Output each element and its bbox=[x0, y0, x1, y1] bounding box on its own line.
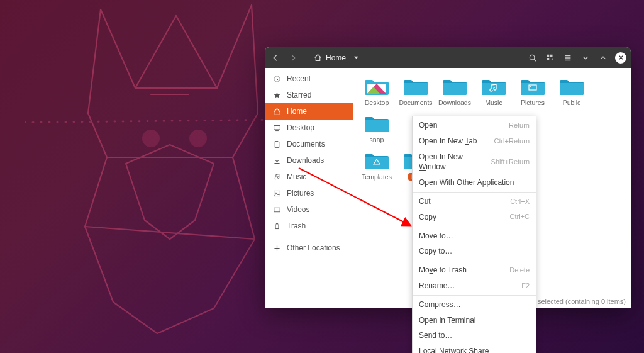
download-icon bbox=[272, 157, 281, 165]
folder-icon bbox=[558, 76, 586, 96]
context-menu-item[interactable]: Open With Other Application bbox=[413, 175, 536, 191]
sidebar-item-desktop[interactable]: Desktop bbox=[265, 120, 353, 136]
picture-icon bbox=[272, 189, 281, 198]
context-menu-item[interactable]: Open In New TabCtrl+Return bbox=[413, 133, 536, 149]
document-icon bbox=[272, 140, 281, 148]
clock-icon bbox=[272, 75, 281, 83]
file-label: Music bbox=[485, 99, 502, 106]
folder-icon bbox=[480, 76, 508, 96]
context-menu-label: Send to… bbox=[419, 330, 452, 341]
file-tile[interactable]: Desktop bbox=[357, 74, 396, 111]
folder-icon bbox=[519, 76, 547, 96]
context-menu-item[interactable]: OpenReturn bbox=[413, 118, 536, 133]
file-label: Desktop bbox=[365, 99, 389, 106]
context-menu-label: Compress… bbox=[419, 300, 461, 310]
context-menu-label: Copy bbox=[419, 212, 436, 223]
folder-icon bbox=[402, 76, 430, 96]
home-icon bbox=[272, 108, 281, 116]
breadcrumb-label: Home bbox=[326, 53, 346, 62]
context-menu-item[interactable]: Copy to… bbox=[413, 244, 536, 259]
context-menu-item[interactable]: CopyCtrl+C bbox=[413, 210, 536, 225]
file-tile[interactable]: Documents bbox=[396, 74, 435, 111]
back-button[interactable] bbox=[267, 50, 284, 66]
context-menu-label: Open bbox=[419, 120, 437, 131]
sidebar-item-pictures[interactable]: Pictures bbox=[265, 185, 353, 201]
file-tile[interactable]: Public bbox=[552, 74, 591, 111]
sidebar-item-videos[interactable]: Videos bbox=[265, 201, 353, 218]
context-menu-item[interactable]: Rename…F2 bbox=[413, 278, 536, 294]
context-menu-accelerator: Delete bbox=[509, 266, 530, 275]
sidebar-item-label: Music bbox=[287, 172, 306, 181]
folder-icon bbox=[441, 76, 469, 96]
sidebar-item-home[interactable]: Home bbox=[265, 103, 353, 120]
search-button[interactable] bbox=[525, 50, 541, 66]
context-menu-item[interactable]: CutCtrl+X bbox=[413, 194, 536, 210]
sidebar-item-label: Pictures bbox=[287, 189, 314, 198]
file-tile[interactable]: Music bbox=[474, 74, 513, 111]
context-menu-separator bbox=[413, 227, 536, 227]
context-menu-label: Open in Terminal bbox=[419, 315, 476, 326]
music-icon bbox=[272, 173, 281, 181]
maximize-button[interactable] bbox=[595, 50, 611, 66]
context-menu-label: Open In New Window bbox=[419, 152, 491, 173]
context-menu-item[interactable]: Move to… bbox=[413, 228, 536, 244]
sidebar-item-documents[interactable]: Documents bbox=[265, 136, 353, 152]
context-menu-accelerator: Return bbox=[509, 121, 530, 130]
context-menu-label: Cut bbox=[419, 196, 431, 207]
context-menu-label: Move to… bbox=[419, 231, 453, 242]
home-icon bbox=[314, 53, 322, 62]
svg-point-18 bbox=[530, 86, 531, 87]
sidebar-item-downloads[interactable]: Downloads bbox=[265, 152, 353, 169]
sidebar-item-label: Home bbox=[287, 107, 307, 116]
context-menu-label: Move to Trash bbox=[419, 265, 467, 276]
forward-button[interactable] bbox=[285, 50, 301, 66]
svg-point-0 bbox=[142, 130, 160, 147]
context-menu-label: Copy to… bbox=[419, 246, 452, 257]
context-menu: OpenReturnOpen In New TabCtrl+ReturnOpen… bbox=[412, 116, 536, 353]
file-label: Pictures bbox=[521, 99, 545, 106]
sidebar-item-other-locations[interactable]: Other Locations bbox=[265, 240, 353, 256]
context-menu-label: Open In New Tab bbox=[419, 136, 477, 147]
context-menu-item[interactable]: Compress… bbox=[413, 297, 536, 313]
sidebar-item-label: Desktop bbox=[287, 123, 314, 132]
file-label: Downloads bbox=[438, 99, 471, 106]
sidebar-item-music[interactable]: Music bbox=[265, 169, 353, 185]
hamburger-menu-button[interactable] bbox=[560, 50, 576, 66]
titlebar: Home bbox=[265, 47, 631, 68]
context-menu-separator bbox=[413, 192, 536, 193]
context-menu-label: Local Network Share bbox=[419, 346, 489, 353]
sidebar: Recent Starred Home Desktop bbox=[265, 68, 353, 308]
context-menu-item[interactable]: Local Network Share bbox=[413, 344, 536, 353]
context-menu-item[interactable]: Move to TrashDelete bbox=[413, 262, 536, 278]
close-button[interactable] bbox=[615, 52, 626, 64]
svg-point-3 bbox=[530, 55, 535, 60]
svg-rect-6 bbox=[550, 54, 553, 57]
context-menu-item[interactable]: Open In New WindowShift+Return bbox=[413, 149, 536, 176]
file-tile[interactable]: Downloads bbox=[435, 74, 474, 111]
file-tile[interactable]: Templates bbox=[357, 148, 396, 186]
sidebar-item-trash[interactable]: Trash bbox=[265, 218, 353, 234]
breadcrumb[interactable]: Home bbox=[308, 50, 365, 66]
video-icon bbox=[272, 206, 281, 214]
file-tile[interactable]: Pictures bbox=[513, 74, 552, 111]
svg-rect-7 bbox=[547, 58, 550, 60]
dropdown-icon bbox=[353, 53, 359, 62]
view-options-button[interactable] bbox=[542, 50, 558, 66]
file-tile[interactable]: snap bbox=[357, 111, 396, 148]
sidebar-item-recent[interactable]: Recent bbox=[265, 70, 353, 87]
sidebar-item-starred[interactable]: Starred bbox=[265, 87, 353, 103]
desktop-icon bbox=[272, 124, 281, 132]
folder-icon bbox=[363, 76, 391, 96]
context-menu-item[interactable]: Open in Terminal bbox=[413, 313, 536, 328]
context-menu-label: Open With Other Application bbox=[419, 177, 514, 188]
minimize-button[interactable] bbox=[577, 50, 594, 66]
file-label: snap bbox=[370, 136, 384, 143]
context-menu-item[interactable]: Send to… bbox=[413, 328, 536, 344]
context-menu-label: Rename… bbox=[419, 281, 455, 291]
sidebar-item-label: Downloads bbox=[287, 156, 324, 165]
context-menu-accelerator: Ctrl+X bbox=[510, 197, 530, 206]
context-menu-accelerator: Ctrl+C bbox=[510, 212, 530, 221]
file-label: Public bbox=[563, 99, 581, 106]
sidebar-item-label: Documents bbox=[287, 140, 325, 148]
sidebar-divider bbox=[265, 237, 353, 237]
